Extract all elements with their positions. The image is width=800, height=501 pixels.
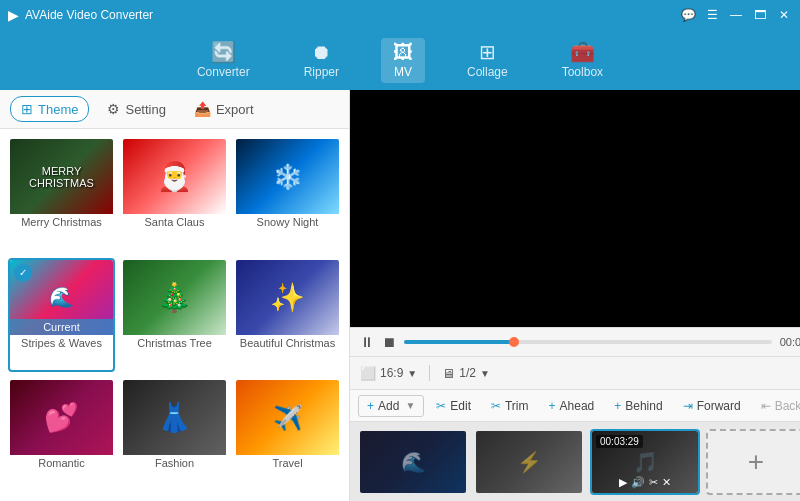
nav-mv-label: MV: [394, 65, 412, 79]
timeline-clip-3[interactable]: 🎵 00:03:29 ▶ 🔊 ✂ ✕: [590, 429, 700, 495]
trim-label: Trim: [505, 399, 529, 413]
chat-button[interactable]: 💬: [680, 7, 696, 23]
ahead-label: Ahead: [560, 399, 595, 413]
clip-duration: 00:03:29: [596, 435, 643, 448]
theme-snowy-night-label: Snowy Night: [236, 214, 339, 232]
video-preview: [350, 90, 800, 327]
behind-label: Behind: [625, 399, 662, 413]
theme-grid: MERRYCHRISTMAS Merry Christmas 🎅 Santa C…: [0, 129, 349, 501]
quality-select[interactable]: 🖥 1/2 ▼: [442, 366, 490, 381]
forward-icon: ⇥: [683, 399, 693, 413]
player-controls: ⏸ ⏹ 00:00:00.00/00:07:15.19 🔊: [350, 327, 800, 356]
nav-converter[interactable]: 🔄 Converter: [185, 38, 262, 83]
theme-stripes-waves[interactable]: 🌊 ✓ Current Stripes & Waves: [8, 258, 115, 373]
timeline: 🌊 ⚡ 🎵 00:03:29 ▶ 🔊 ✂ ✕: [350, 421, 800, 501]
theme-beautiful-christmas[interactable]: ✨ Beautiful Christmas: [234, 258, 341, 373]
forward-label: Forward: [697, 399, 741, 413]
progress-bar[interactable]: [404, 340, 772, 344]
nav-ripper[interactable]: ⏺ Ripper: [292, 38, 351, 83]
add-button[interactable]: + Add ▼: [358, 395, 424, 417]
aspect-icon: ⬜: [360, 366, 376, 381]
nav-converter-label: Converter: [197, 65, 250, 79]
nav-collage-label: Collage: [467, 65, 508, 79]
controls-row2: ⬜ 16:9 ▼ 🖥 1/2 ▼ Export: [350, 356, 800, 389]
tab-export[interactable]: 📤 Export: [184, 97, 264, 121]
trim-button[interactable]: ✂ Trim: [483, 396, 537, 416]
forward-button[interactable]: ⇥ Forward: [675, 396, 749, 416]
theme-travel-label: Travel: [236, 455, 339, 473]
theme-merry-christmas-label: Merry Christmas: [10, 214, 113, 232]
tab-theme[interactable]: ⊞ Theme: [10, 96, 89, 122]
behind-button[interactable]: + Behind: [606, 396, 670, 416]
theme-christmas-tree-label: Christmas Tree: [123, 335, 226, 353]
quality-dropdown-icon: ▼: [480, 368, 490, 379]
menu-button[interactable]: ☰: [704, 7, 720, 23]
add-clip-plus-icon: +: [748, 446, 764, 478]
theme-santa-claus[interactable]: 🎅 Santa Claus: [121, 137, 228, 252]
timeline-clip-2[interactable]: ⚡: [474, 429, 584, 495]
main-content: ⊞ Theme ⚙ Setting 📤 Export MERRYCHRISTMA…: [0, 90, 800, 501]
stop-button[interactable]: ⏹: [382, 334, 396, 350]
backward-label: Backward: [775, 399, 800, 413]
panel-tabs: ⊞ Theme ⚙ Setting 📤 Export: [0, 90, 349, 129]
app-logo-icon: ▶: [8, 7, 19, 23]
close-button[interactable]: ✕: [776, 7, 792, 23]
timeline-clip-1[interactable]: 🌊: [358, 429, 468, 495]
edit-label: Edit: [450, 399, 471, 413]
app-title: AVAide Video Converter: [25, 8, 153, 22]
ripper-icon: ⏺: [311, 42, 331, 62]
toolbox-icon: 🧰: [570, 42, 595, 62]
trim-icon: ✂: [491, 399, 501, 413]
clip-audio-icon[interactable]: 🔊: [631, 476, 645, 489]
nav-ripper-label: Ripper: [304, 65, 339, 79]
minimize-button[interactable]: —: [728, 7, 744, 23]
quality-icon: 🖥: [442, 366, 455, 381]
tab-setting[interactable]: ⚙ Setting: [97, 97, 175, 121]
backward-button[interactable]: ⇤ Backward: [753, 396, 800, 416]
tab-setting-label: Setting: [125, 102, 165, 117]
nav-toolbox[interactable]: 🧰 Toolbox: [550, 38, 615, 83]
theme-christmas-tree[interactable]: 🎄 Christmas Tree: [121, 258, 228, 373]
quality-value: 1/2: [459, 366, 476, 380]
theme-snowy-night[interactable]: ❄️ Snowy Night: [234, 137, 341, 252]
tab-export-label: Export: [216, 102, 254, 117]
add-dropdown-icon: ▼: [405, 400, 415, 411]
add-clip-button[interactable]: +: [706, 429, 800, 495]
ahead-button[interactable]: + Ahead: [541, 396, 603, 416]
nav-mv[interactable]: 🖼 MV: [381, 38, 425, 83]
theme-tab-icon: ⊞: [21, 101, 33, 117]
progress-fill: [404, 340, 514, 344]
behind-icon: +: [614, 399, 621, 413]
edit-button[interactable]: ✂ Edit: [428, 396, 479, 416]
collage-icon: ⊞: [479, 42, 496, 62]
divider: [429, 365, 430, 381]
play-pause-button[interactable]: ⏸: [360, 334, 374, 350]
theme-fashion-label: Fashion: [123, 455, 226, 473]
clip-close-icon[interactable]: ✕: [662, 476, 671, 489]
mv-icon: 🖼: [393, 42, 413, 62]
clip-play-icon[interactable]: ▶: [619, 476, 627, 489]
theme-romantic-label: Romantic: [10, 455, 113, 473]
clip-trim-icon[interactable]: ✂: [649, 476, 658, 489]
time-display: 00:00:00.00/00:07:15.19: [780, 336, 800, 348]
add-label: Add: [378, 399, 399, 413]
theme-travel[interactable]: ✈️ Travel: [234, 378, 341, 493]
nav-collage[interactable]: ⊞ Collage: [455, 38, 520, 83]
add-icon: +: [367, 399, 374, 413]
window-controls: 💬 ☰ — 🗖 ✕: [680, 7, 792, 23]
theme-merry-christmas[interactable]: MERRYCHRISTMAS Merry Christmas: [8, 137, 115, 252]
converter-icon: 🔄: [211, 42, 236, 62]
export-tab-icon: 📤: [194, 101, 211, 117]
theme-fashion[interactable]: 👗 Fashion: [121, 378, 228, 493]
nav-bar: 🔄 Converter ⏺ Ripper 🖼 MV ⊞ Collage 🧰 To…: [0, 30, 800, 90]
theme-stripes-waves-label: Stripes & Waves: [10, 335, 113, 353]
ahead-icon: +: [549, 399, 556, 413]
theme-selected-check: ✓: [14, 264, 32, 282]
right-panel: ⏸ ⏹ 00:00:00.00/00:07:15.19 🔊 ⬜ 16:9 ▼ 🖥…: [350, 90, 800, 501]
aspect-dropdown-icon: ▼: [407, 368, 417, 379]
theme-santa-claus-label: Santa Claus: [123, 214, 226, 232]
theme-romantic[interactable]: 💕 Romantic: [8, 378, 115, 493]
maximize-button[interactable]: 🗖: [752, 7, 768, 23]
nav-toolbox-label: Toolbox: [562, 65, 603, 79]
aspect-ratio-select[interactable]: ⬜ 16:9 ▼: [360, 366, 417, 381]
